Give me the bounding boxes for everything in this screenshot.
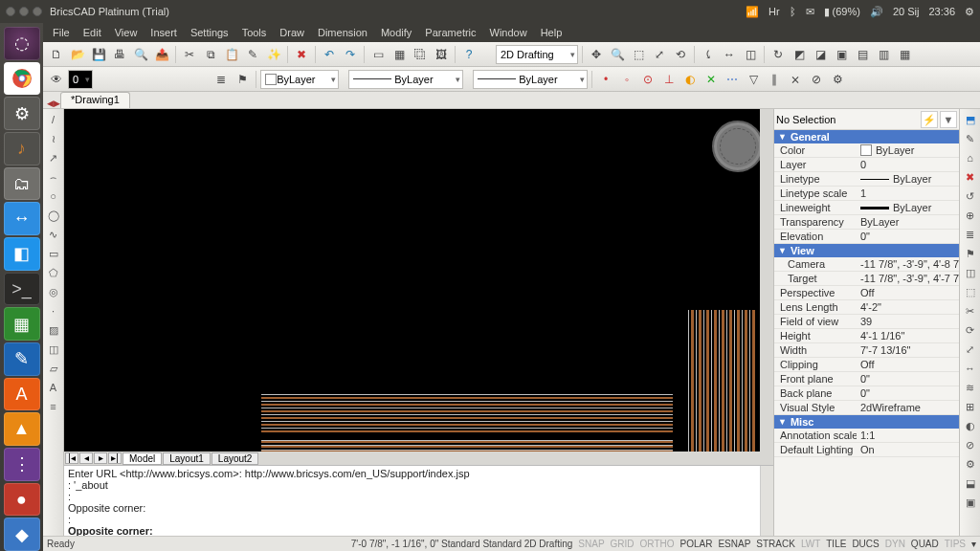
rt-tool-9[interactable]: ◫	[962, 264, 979, 281]
rt-tool-20[interactable]: ⬓	[962, 474, 979, 492]
status-toggle-grid[interactable]: GRID	[611, 539, 635, 549]
mail-indicator[interactable]: ✉	[806, 6, 814, 18]
point-tool[interactable]: ·	[45, 302, 62, 320]
rt-tool-1[interactable]: ⬒	[962, 111, 979, 128]
launcher-dash[interactable]: ◌	[4, 27, 40, 60]
prop-value[interactable]: 39	[857, 316, 959, 327]
prop-value[interactable]: 1	[857, 187, 959, 199]
prop-value[interactable]: 4'-1 1/16"	[857, 330, 959, 342]
rt-tool-18[interactable]: ⊘	[962, 436, 979, 453]
time-indicator[interactable]: 23:36	[928, 6, 955, 17]
layer-state-button[interactable]: ⚑	[233, 70, 252, 89]
xref-button[interactable]: ⿻	[411, 45, 430, 64]
rect-tool[interactable]: ▭	[45, 245, 62, 262]
selection-combo[interactable]: No Selection	[776, 114, 919, 125]
tab-first-button[interactable]: |◂	[65, 452, 78, 464]
rt-tool-3[interactable]: ⌂	[962, 149, 979, 166]
rt-tool-11[interactable]: ✂	[962, 302, 979, 320]
view-compass[interactable]	[712, 121, 764, 172]
menu-dimension[interactable]: Dimension	[312, 27, 373, 38]
doc-tab-drawing[interactable]: *Drawing1	[60, 92, 130, 108]
status-menu-icon[interactable]: ▾	[971, 539, 976, 549]
menu-window[interactable]: Window	[484, 27, 533, 38]
block-button[interactable]: ▦	[390, 45, 409, 64]
area-button[interactable]: ◫	[741, 45, 760, 64]
menu-edit[interactable]: Edit	[78, 27, 107, 38]
select-button[interactable]: ▭	[368, 45, 388, 64]
launcher-calc[interactable]: ▦	[4, 307, 40, 341]
prop-value[interactable]: 0"	[857, 231, 959, 242]
snap-app-button[interactable]: ⨯	[786, 70, 805, 89]
prop-value[interactable]: 0"	[857, 373, 959, 385]
snap-int-button[interactable]: ✕	[702, 70, 721, 89]
zoom-ext-button[interactable]: ⤢	[650, 45, 669, 64]
snap-par-button[interactable]: ∥	[765, 70, 784, 89]
color-combo[interactable]: 0	[68, 70, 93, 89]
print-button[interactable]: 🖶	[110, 45, 129, 64]
preview-button[interactable]: 🔍	[131, 45, 150, 64]
snap-set-button[interactable]: ⚙	[828, 70, 847, 89]
view-s-button[interactable]: ▥	[874, 45, 893, 64]
prop-value[interactable]: ByLayer	[857, 202, 959, 213]
rt-tool-4[interactable]: ✖	[962, 168, 979, 186]
view-i-button[interactable]: ◪	[811, 45, 830, 64]
snap-nea-button[interactable]: ▽	[744, 70, 763, 89]
rt-tool-17[interactable]: ◐	[962, 417, 979, 434]
close-window[interactable]	[6, 7, 15, 16]
layer-color-combo[interactable]: ByLayer	[260, 70, 339, 89]
tab-prev-button[interactable]: ◂	[79, 452, 93, 464]
status-toggle-strack[interactable]: STRACK	[756, 539, 795, 549]
zoom-rt-button[interactable]: 🔍	[608, 45, 627, 64]
prop-value[interactable]: 1:1	[857, 430, 959, 441]
filter-button[interactable]: ▼	[940, 111, 957, 128]
prop-value[interactable]: Off	[857, 359, 959, 370]
poly-tool[interactable]: ⬠	[45, 264, 62, 281]
launcher-bricscad[interactable]: ◆	[4, 518, 40, 551]
help-button[interactable]: ?	[459, 45, 479, 64]
copy-button[interactable]: ⧉	[201, 45, 220, 64]
rt-tool-7[interactable]: ≣	[962, 226, 979, 243]
rt-tool-12[interactable]: ⟳	[962, 321, 979, 339]
prop-value[interactable]: 0	[857, 159, 959, 170]
snap-end-button[interactable]: •	[596, 70, 615, 89]
undo2-button[interactable]: ↶	[320, 45, 339, 64]
launcher-settings[interactable]: ⚙	[4, 97, 40, 130]
pline-tool[interactable]: ≀	[45, 130, 62, 147]
regen-button[interactable]: ↻	[768, 45, 788, 64]
maximize-window[interactable]	[33, 7, 42, 16]
snap-ext-button[interactable]: ⋯	[723, 70, 742, 89]
save-button[interactable]: 💾	[89, 45, 108, 64]
donut-tool[interactable]: ◎	[45, 283, 62, 300]
menu-modify[interactable]: Modify	[375, 27, 417, 38]
status-toggle-quad[interactable]: QUAD	[911, 539, 939, 549]
menu-view[interactable]: View	[109, 27, 144, 38]
cmd-scrollbar[interactable]	[760, 466, 773, 536]
launcher-app-orange[interactable]: A	[4, 378, 40, 411]
rt-tool-15[interactable]: ≋	[962, 379, 979, 396]
snap-tan-button[interactable]: ◐	[680, 70, 700, 89]
match-button[interactable]: ✎	[243, 45, 262, 64]
launcher-app-purple[interactable]: ⋮	[4, 448, 40, 481]
paste-button[interactable]: 📋	[222, 45, 241, 64]
layout-tab-model[interactable]: Model	[122, 452, 162, 465]
status-toggle-ortho[interactable]: ORTHO	[640, 539, 675, 549]
rt-tool-21[interactable]: ▣	[962, 494, 979, 511]
rt-tool-19[interactable]: ⚙	[962, 455, 979, 473]
layout-tab-2[interactable]: Layout2	[212, 452, 259, 465]
wifi-indicator[interactable]: 📶	[746, 6, 759, 18]
line-tool[interactable]: /	[45, 111, 62, 128]
bluetooth-indicator[interactable]: ᛒ	[790, 6, 796, 17]
linetype-combo[interactable]: ByLayer	[348, 70, 463, 89]
launcher-chrome[interactable]	[4, 62, 40, 96]
launcher-app-blue[interactable]: ◧	[4, 237, 40, 271]
view-t-button[interactable]: ◩	[790, 45, 809, 64]
status-toggle-dyn[interactable]: DYN	[885, 539, 905, 549]
rt-tool-14[interactable]: ↔	[962, 360, 979, 377]
date-indicator[interactable]: 20 Sij	[893, 6, 920, 17]
prop-value[interactable]: 0"	[857, 387, 959, 399]
launcher-writer[interactable]: ✎	[4, 342, 40, 376]
rt-tool-13[interactable]: ⤢	[962, 341, 979, 358]
status-toggle-tile[interactable]: TILE	[826, 539, 846, 549]
snap-per-button[interactable]: ⊥	[659, 70, 679, 89]
circle-tool[interactable]: ○	[45, 187, 62, 205]
